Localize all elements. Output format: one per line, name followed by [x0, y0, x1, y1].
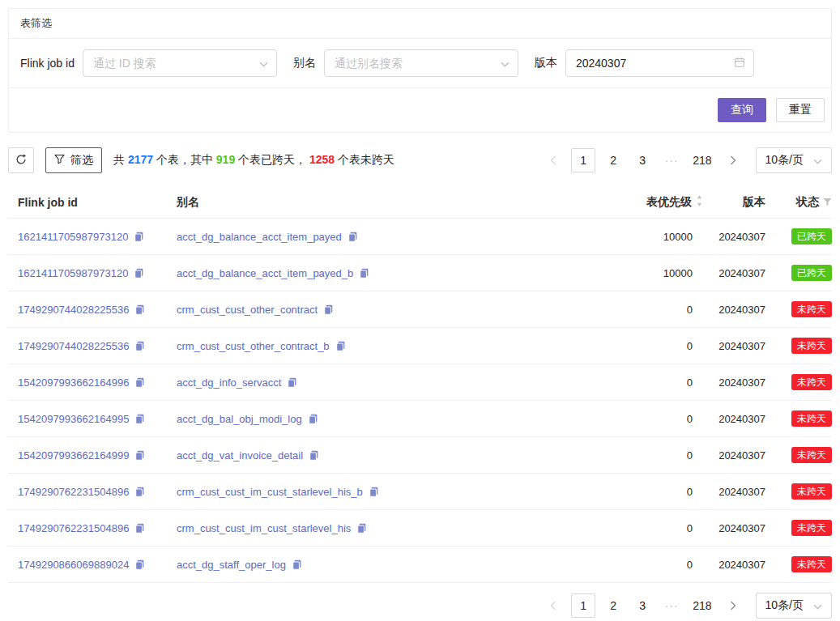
alias-link[interactable]: acct_dg_vat_invoice_detail — [177, 449, 303, 461]
job-id-link[interactable]: 1749290762231504896 — [18, 522, 129, 534]
summary-part: 共 — [113, 153, 128, 166]
alias-search-input[interactable] — [333, 56, 501, 70]
version-date-picker[interactable] — [565, 49, 754, 77]
chevron-down-icon — [813, 599, 822, 612]
job-id-label: Flink job id — [20, 57, 75, 70]
copy-icon[interactable] — [134, 450, 145, 461]
refresh-button[interactable] — [8, 147, 34, 173]
job-id-search-input[interactable] — [92, 56, 259, 70]
copy-icon[interactable] — [308, 414, 318, 424]
chevron-down-icon — [501, 57, 510, 70]
job-id-cell: 1621411705987973120 — [8, 267, 167, 279]
page-ellipsis[interactable]: ··· — [660, 148, 683, 172]
summary-part: 个表，其中 — [153, 153, 216, 166]
copy-icon[interactable] — [323, 304, 334, 315]
alias-link[interactable]: acct_dg_staff_oper_log — [177, 559, 286, 571]
status-cell: 未跨天 — [765, 338, 832, 354]
priority-cell: 0 — [583, 522, 705, 534]
table-row: 1542097993662164999 acct_dg_vat_invoice_… — [8, 437, 832, 474]
version-input[interactable] — [574, 56, 734, 70]
page-ellipsis[interactable]: ··· — [660, 593, 683, 618]
status-cell: 已跨天 — [765, 265, 832, 281]
copy-icon[interactable] — [348, 232, 358, 242]
status-badge: 未跨天 — [791, 338, 832, 354]
status-cell: 未跨天 — [765, 447, 832, 463]
priority-cell: 0 — [583, 413, 705, 425]
alias-link[interactable]: crm_cust_cust_im_cust_starlevel_his — [177, 522, 351, 534]
table-row: 1542097993662164995 acct_dg_bal_obj_modi… — [8, 401, 832, 437]
table-row: 1749290866069889024 acct_dg_staff_oper_l… — [8, 547, 832, 583]
copy-icon[interactable] — [134, 523, 145, 534]
prev-page-button[interactable] — [542, 593, 565, 618]
alias-link[interactable]: crm_cust_cust_other_contract — [177, 304, 318, 316]
status-badge: 未跨天 — [791, 483, 832, 500]
alias-cell: crm_cust_cust_im_cust_starlevel_his_b — [167, 486, 583, 498]
header-status: 状态 — [765, 195, 832, 210]
alias-filter-group: 别名 — [293, 49, 518, 77]
copy-icon[interactable] — [287, 377, 297, 388]
copy-icon[interactable] — [134, 559, 145, 570]
page-button-last[interactable]: 218 — [689, 148, 714, 172]
summary-part: 个表已跨天， — [235, 153, 309, 166]
copy-icon[interactable] — [335, 341, 346, 351]
reset-button[interactable]: 重置 — [776, 98, 825, 122]
copy-icon[interactable] — [292, 559, 302, 570]
next-page-button[interactable] — [722, 593, 744, 618]
copy-icon[interactable] — [359, 268, 369, 279]
page-size-select[interactable]: 10条/页 — [756, 593, 832, 619]
job-id-link[interactable]: 1749290762231504896 — [18, 486, 129, 498]
next-page-button[interactable] — [722, 148, 744, 172]
alias-cell: acct_dg_info_servacct — [167, 376, 583, 389]
job-id-link[interactable]: 1749290744028225536 — [18, 304, 129, 316]
copy-icon[interactable] — [309, 450, 319, 461]
toolbar: 筛选 共 2177 个表，其中 919 个表已跨天， 1258 个表未跨天 1 … — [8, 146, 832, 175]
status-cell: 未跨天 — [765, 483, 832, 500]
job-id-link[interactable]: 1621411705987973120 — [18, 267, 128, 279]
copy-icon[interactable] — [134, 487, 145, 497]
copy-icon[interactable] — [134, 377, 145, 388]
filter-button[interactable]: 筛选 — [45, 147, 102, 173]
status-filter-icon[interactable] — [823, 196, 832, 209]
prev-page-button[interactable] — [542, 148, 565, 172]
alias-select[interactable] — [324, 49, 518, 77]
alias-link[interactable]: crm_cust_cust_other_contract_b — [177, 340, 330, 352]
alias-link[interactable]: acct_dg_info_servacct — [177, 376, 281, 389]
alias-link[interactable]: crm_cust_cust_im_cust_starlevel_his_b — [177, 486, 363, 498]
page-button-3[interactable]: 3 — [631, 593, 654, 618]
page-button-2[interactable]: 2 — [602, 148, 625, 172]
page-button-last[interactable]: 218 — [689, 593, 714, 618]
job-id-select[interactable] — [83, 49, 277, 77]
header-status-label: 状态 — [796, 195, 819, 210]
page-button-1[interactable]: 1 — [571, 593, 595, 618]
calendar-icon — [734, 57, 745, 70]
version-filter-group: 版本 — [535, 49, 754, 77]
copy-icon[interactable] — [134, 268, 144, 279]
query-button[interactable]: 查询 — [718, 98, 766, 122]
version-cell: 20240307 — [705, 413, 765, 425]
job-id-link[interactable]: 1542097993662164996 — [18, 376, 129, 389]
job-id-link[interactable]: 1749290866069889024 — [18, 559, 129, 571]
priority-cell: 10000 — [583, 231, 705, 243]
page-button-2[interactable]: 2 — [602, 593, 625, 618]
page-size-select[interactable]: 10条/页 — [756, 147, 832, 173]
copy-icon[interactable] — [134, 304, 145, 315]
copy-icon[interactable] — [356, 523, 367, 534]
job-id-link[interactable]: 1542097993662164999 — [18, 449, 129, 461]
job-id-link[interactable]: 1749290744028225536 — [18, 340, 129, 352]
job-id-link[interactable]: 1621411705987973120 — [18, 231, 128, 243]
copy-icon[interactable] — [134, 414, 145, 424]
alias-cell: crm_cust_cust_other_contract — [167, 304, 583, 316]
copy-icon[interactable] — [369, 487, 379, 497]
alias-link[interactable]: acct_dg_bal_obj_modi_log — [177, 413, 302, 425]
page-size-label: 10条/页 — [765, 598, 804, 613]
page-button-3[interactable]: 3 — [631, 148, 654, 172]
copy-icon[interactable] — [134, 232, 144, 242]
alias-link[interactable]: acct_dg_balance_acct_item_payed_b — [177, 267, 353, 279]
alias-link[interactable]: acct_dg_balance_acct_item_payed — [177, 231, 342, 243]
job-id-link[interactable]: 1542097993662164995 — [18, 413, 129, 425]
copy-icon[interactable] — [134, 341, 145, 351]
page-button-1[interactable]: 1 — [571, 148, 595, 172]
status-badge: 未跨天 — [791, 301, 832, 317]
header-priority: 表优先级 — [583, 194, 705, 210]
priority-sort-icon[interactable] — [696, 194, 703, 210]
